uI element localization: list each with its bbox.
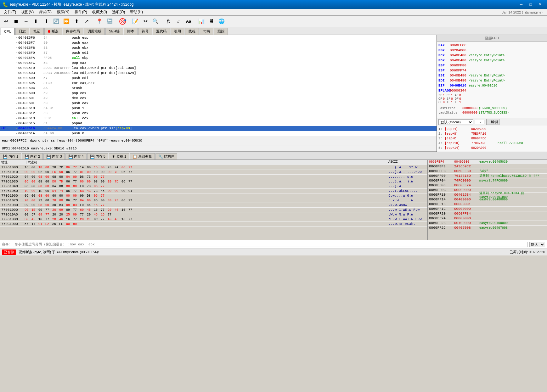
tab-log[interactable]: 日志 bbox=[15, 28, 29, 35]
mem-row[interactable]: 770610B0B045167720461677C0CE0C77A0461677… bbox=[0, 217, 427, 222]
menu-item-H[interactable]: 帮助(H) bbox=[127, 9, 145, 15]
hex-byte[interactable]: 45 bbox=[99, 189, 106, 193]
hex-byte[interactable]: 7D bbox=[58, 180, 64, 183]
disasm-row[interactable]: •0040E61A6A 00push 0 bbox=[0, 131, 437, 136]
minimize-button[interactable]: ─ bbox=[517, 0, 526, 9]
toolbar-btn-9[interactable]: ↗ bbox=[82, 17, 91, 26]
hex-byte[interactable]: 09 bbox=[72, 213, 78, 216]
hex-byte[interactable]: 77 bbox=[44, 218, 50, 221]
arg-count-input[interactable] bbox=[475, 120, 484, 124]
hex-byte[interactable]: 00 bbox=[58, 185, 64, 188]
hex-byte[interactable]: 16 bbox=[120, 208, 127, 212]
hex-byte[interactable]: 77 bbox=[127, 208, 133, 212]
hex-byte[interactable]: 90 bbox=[23, 208, 30, 212]
hex-byte[interactable]: 20 bbox=[51, 208, 57, 212]
hex-byte[interactable]: 00 bbox=[30, 185, 37, 188]
hex-byte[interactable]: 00 bbox=[30, 189, 37, 193]
flag-SF[interactable]: SF 0 bbox=[447, 97, 453, 101]
btab-mem2[interactable]: 💾内存 2 bbox=[22, 153, 43, 160]
toolbar-btn-aa[interactable]: Aa bbox=[184, 17, 193, 26]
hex-byte[interactable]: 00 bbox=[44, 175, 50, 179]
hex-byte[interactable]: 09 bbox=[23, 204, 30, 207]
reg-value[interactable]: 002DA000 bbox=[450, 48, 466, 52]
hex-byte[interactable]: CE bbox=[86, 218, 92, 221]
eflags-value[interactable]: 00000344 bbox=[450, 89, 466, 92]
hex-byte[interactable]: 00 bbox=[72, 185, 78, 188]
hex-byte[interactable]: 08 bbox=[37, 194, 43, 198]
hex-byte[interactable]: 74 bbox=[58, 189, 64, 193]
tab-script[interactable]: 脚本 bbox=[124, 28, 138, 35]
hex-byte[interactable]: FC bbox=[51, 171, 57, 174]
close-button[interactable]: ✕ bbox=[536, 0, 544, 9]
hex-byte[interactable]: 00 bbox=[99, 171, 106, 174]
hex-byte[interactable]: 46 bbox=[93, 213, 99, 216]
flag-OF[interactable]: OF 0 bbox=[438, 97, 445, 101]
hex-byte[interactable]: 1E bbox=[30, 208, 37, 212]
stack-val[interactable]: 0060FF24 bbox=[454, 183, 479, 187]
hex-byte[interactable]: 08 bbox=[37, 204, 43, 207]
hex-byte[interactable]: 16 bbox=[120, 218, 127, 221]
reg-value[interactable]: 0060FFCC bbox=[450, 43, 466, 47]
hex-byte[interactable]: 08 bbox=[65, 204, 71, 207]
menu-item-N[interactable]: 跟踪(N) bbox=[54, 9, 72, 15]
hex-byte[interactable]: 0E bbox=[79, 171, 85, 174]
mem-row[interactable]: 770610501C001E00D47406776B4C734500000001… bbox=[0, 189, 427, 193]
hex-byte[interactable]: 08 bbox=[51, 175, 57, 179]
hex-byte[interactable]: 60 bbox=[79, 208, 85, 212]
stack-row[interactable]: 0060FF18 00000001 bbox=[428, 202, 547, 207]
hex-byte[interactable]: 06 bbox=[23, 180, 30, 183]
hex-byte[interactable]: 7F bbox=[113, 199, 120, 202]
hex-byte[interactable]: 77 bbox=[72, 218, 78, 221]
cs-value[interactable]: 770C7A9E bbox=[471, 142, 496, 145]
hex-byte[interactable]: 20 bbox=[23, 199, 30, 202]
hex-byte[interactable]: 57 bbox=[30, 213, 37, 216]
hex-byte[interactable]: 45 bbox=[30, 218, 37, 221]
disasm-row[interactable]: •0040E60957push edi bbox=[0, 76, 437, 81]
hex-byte[interactable]: 7E bbox=[113, 171, 120, 174]
hex-byte[interactable]: 28 bbox=[51, 166, 57, 169]
mem-row[interactable]: 77061060060008000000000090D806779.w....w… bbox=[0, 193, 427, 198]
hex-byte[interactable]: 44 bbox=[86, 204, 92, 207]
hex-byte[interactable]: 06 bbox=[23, 185, 30, 188]
hex-byte[interactable]: 00 bbox=[72, 175, 78, 179]
hex-byte[interactable]: 6B bbox=[79, 189, 85, 193]
disasm-row[interactable]: •0040E5FC58pop eax bbox=[0, 60, 437, 65]
stack-rows[interactable]: 0060FEF8 2A3659C2 0060FEFC 0060FF30 "A秋"… bbox=[428, 164, 547, 240]
hex-byte[interactable]: F0 bbox=[106, 199, 113, 202]
menu-item-F[interactable]: 文件(F) bbox=[1, 9, 19, 15]
hex-byte[interactable]: 77 bbox=[127, 171, 133, 174]
btab-watch1[interactable]: 👁监视 1 bbox=[109, 153, 129, 160]
hex-byte[interactable]: 00 bbox=[30, 199, 37, 202]
disasm-row[interactable]: •0040E61253push ebx bbox=[0, 111, 437, 116]
hex-byte[interactable]: 7D bbox=[113, 180, 120, 183]
stack-row[interactable]: 0060FF24 00000000 bbox=[428, 216, 547, 221]
hex-byte[interactable]: 46 bbox=[58, 218, 64, 221]
toolbar-btn-8[interactable]: ⬆ bbox=[72, 17, 81, 26]
hex-byte[interactable]: A5 bbox=[51, 222, 57, 226]
flag-AF[interactable]: AF 0 bbox=[455, 94, 461, 97]
hex-byte[interactable]: 77 bbox=[72, 189, 78, 193]
hex-byte[interactable]: 77 bbox=[99, 204, 106, 207]
stack-val[interactable]: 00400000 bbox=[454, 221, 479, 225]
hex-byte[interactable]: 06 bbox=[79, 180, 85, 183]
hex-byte[interactable]: 06 bbox=[65, 199, 71, 202]
hex-byte[interactable]: 78 bbox=[51, 199, 57, 202]
hex-byte[interactable]: 00 bbox=[44, 185, 50, 188]
btab-mem4[interactable]: 💾内存 4 bbox=[65, 153, 87, 160]
tab-symbol[interactable]: 符号 bbox=[138, 28, 152, 35]
hex-byte[interactable]: 00 bbox=[86, 171, 92, 174]
mem-row[interactable]: 770610800900080030B40803E0441677.k.w.waD… bbox=[0, 203, 427, 208]
hex-byte[interactable]: 18 bbox=[37, 166, 43, 169]
hex-byte[interactable]: B4 bbox=[58, 204, 64, 207]
mem-row[interactable]: 770C1000571401E2A5FE008D...w.aF.AC¥b. bbox=[0, 222, 427, 227]
hex-byte[interactable]: 08 bbox=[37, 175, 43, 179]
hex-byte[interactable]: 77 bbox=[72, 180, 78, 183]
hex-byte[interactable]: 08 bbox=[37, 185, 43, 188]
hex-byte[interactable]: 00 bbox=[30, 171, 37, 174]
hex-byte[interactable]: 69 bbox=[58, 208, 64, 212]
stack-row[interactable]: 0060FF2C 00407008 easyre.00407008 bbox=[428, 226, 547, 230]
hex-byte[interactable]: 00 bbox=[30, 194, 37, 198]
ls-val[interactable]: 00000000 bbox=[462, 111, 477, 115]
hex-byte[interactable]: 80 bbox=[58, 199, 64, 202]
hex-byte[interactable]: 06 bbox=[65, 166, 71, 169]
